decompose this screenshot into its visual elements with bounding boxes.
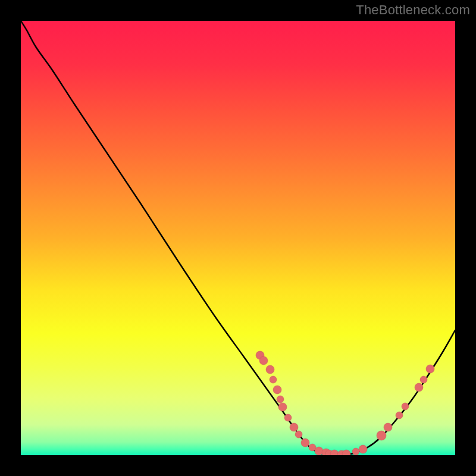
- data-point: [377, 431, 386, 440]
- chart-container: TheBottleneck.com: [0, 0, 476, 476]
- bottleneck-chart: [0, 0, 476, 476]
- data-point: [396, 412, 403, 419]
- attribution-label: TheBottleneck.com: [356, 2, 470, 18]
- data-point: [295, 431, 302, 438]
- plot-background: [21, 21, 455, 455]
- data-point: [266, 365, 274, 374]
- data-point: [384, 423, 392, 431]
- data-point: [301, 439, 309, 447]
- data-point: [426, 365, 434, 373]
- data-point: [273, 386, 281, 394]
- data-point: [270, 376, 277, 383]
- data-point: [277, 396, 284, 403]
- data-point: [290, 423, 298, 431]
- data-point: [359, 445, 367, 453]
- data-point: [420, 376, 427, 383]
- data-point: [259, 356, 268, 365]
- data-point: [315, 447, 323, 455]
- data-point: [278, 403, 287, 411]
- data-point: [402, 403, 409, 410]
- data-point: [415, 383, 423, 392]
- data-point: [284, 414, 292, 421]
- data-point: [352, 448, 359, 455]
